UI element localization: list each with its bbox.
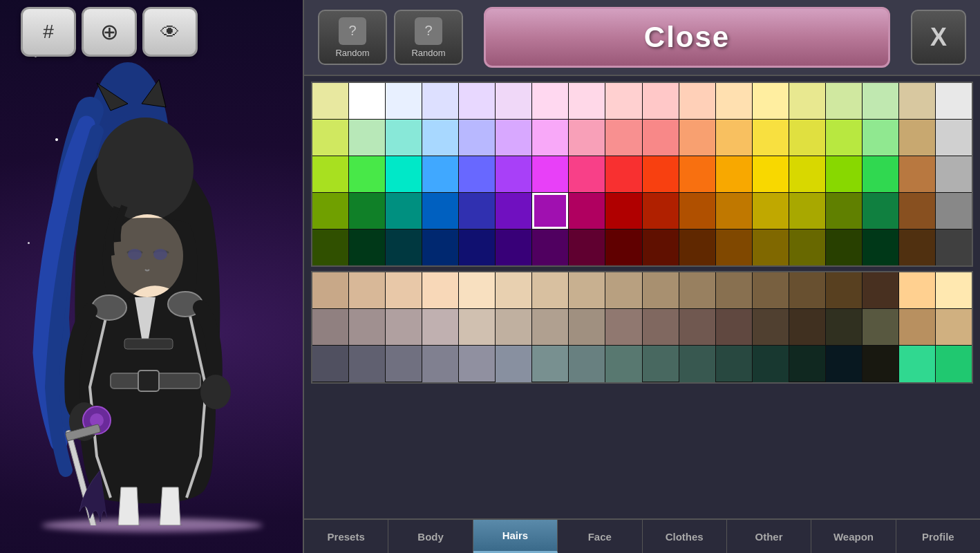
color-cell[interactable]: [826, 83, 862, 119]
color-cell[interactable]: [569, 120, 605, 156]
color-cell[interactable]: [716, 346, 752, 382]
color-cell[interactable]: [532, 346, 568, 382]
color-cell[interactable]: [789, 120, 825, 156]
color-cell[interactable]: [349, 120, 385, 156]
color-cell[interactable]: [312, 229, 348, 265]
eye-button[interactable]: 👁: [142, 7, 198, 57]
tab-hairs[interactable]: Hairs: [473, 520, 558, 553]
color-cell[interactable]: [863, 229, 898, 265]
color-cell[interactable]: [936, 272, 972, 308]
color-cell[interactable]: [386, 120, 422, 156]
color-cell[interactable]: [569, 229, 605, 265]
color-cell[interactable]: [386, 346, 422, 382]
random-button-1[interactable]: ? Random: [318, 10, 387, 65]
color-cell[interactable]: [753, 272, 789, 308]
color-cell[interactable]: [826, 120, 862, 156]
color-cell[interactable]: [643, 272, 679, 308]
color-cell[interactable]: [312, 309, 348, 345]
color-cell[interactable]: [532, 309, 568, 345]
color-cell[interactable]: [496, 83, 531, 119]
color-cell[interactable]: [899, 309, 935, 345]
color-cell[interactable]: [643, 346, 679, 382]
color-cell[interactable]: [679, 309, 715, 345]
color-cell[interactable]: [826, 272, 862, 308]
color-cell[interactable]: [349, 229, 385, 265]
color-cell[interactable]: [422, 229, 458, 265]
color-cell[interactable]: [605, 83, 641, 119]
color-cell[interactable]: [532, 272, 568, 308]
zoom-button[interactable]: ⊕: [82, 7, 137, 57]
color-cell[interactable]: [605, 156, 641, 192]
color-cell[interactable]: [863, 120, 898, 156]
color-cell[interactable]: [569, 346, 605, 382]
color-cell[interactable]: [496, 272, 531, 308]
color-cell[interactable]: [459, 156, 495, 192]
color-cell[interactable]: [422, 120, 458, 156]
color-cell[interactable]: [532, 120, 568, 156]
color-cell[interactable]: [936, 156, 972, 192]
color-cell[interactable]: [753, 156, 789, 192]
color-cell[interactable]: [459, 120, 495, 156]
color-cell[interactable]: [936, 193, 972, 229]
color-cell[interactable]: [605, 272, 641, 308]
color-cell[interactable]: [459, 272, 495, 308]
color-cell[interactable]: [863, 156, 898, 192]
color-cell[interactable]: [936, 83, 972, 119]
color-cell[interactable]: [789, 83, 825, 119]
color-cell[interactable]: [789, 229, 825, 265]
color-cell[interactable]: [899, 193, 935, 229]
color-cell[interactable]: [826, 309, 862, 345]
color-cell[interactable]: [826, 346, 862, 382]
color-cell[interactable]: [716, 156, 752, 192]
color-cell[interactable]: [643, 120, 679, 156]
color-cell[interactable]: [496, 193, 531, 229]
color-cell[interactable]: [569, 272, 605, 308]
tab-face[interactable]: Face: [558, 520, 642, 553]
tab-body[interactable]: Body: [388, 520, 473, 553]
color-cell[interactable]: [716, 120, 752, 156]
color-cell[interactable]: [422, 346, 458, 382]
color-cell[interactable]: [826, 156, 862, 192]
color-cell[interactable]: [936, 309, 972, 345]
color-cell[interactable]: [459, 229, 495, 265]
color-cell[interactable]: [863, 193, 898, 229]
color-cell[interactable]: [679, 346, 715, 382]
color-cell[interactable]: [605, 120, 641, 156]
color-cell[interactable]: [679, 193, 715, 229]
color-cell[interactable]: [312, 156, 348, 192]
color-cell[interactable]: [532, 83, 568, 119]
color-cell[interactable]: [422, 272, 458, 308]
tab-profile[interactable]: Profile: [896, 520, 980, 553]
color-cell[interactable]: [899, 346, 935, 382]
color-cell[interactable]: [496, 229, 531, 265]
color-cell[interactable]: [569, 156, 605, 192]
color-cell[interactable]: [312, 193, 348, 229]
color-cell[interactable]: [386, 156, 422, 192]
color-cell[interactable]: [899, 229, 935, 265]
color-cell[interactable]: [459, 83, 495, 119]
color-cell[interactable]: [789, 272, 825, 308]
color-cell[interactable]: [312, 346, 348, 382]
tab-presets[interactable]: Presets: [304, 520, 388, 553]
color-cell[interactable]: [422, 309, 458, 345]
color-cell[interactable]: [789, 193, 825, 229]
color-cell[interactable]: [789, 156, 825, 192]
color-cell[interactable]: [679, 156, 715, 192]
color-cell[interactable]: [826, 193, 862, 229]
color-cell[interactable]: [716, 229, 752, 265]
random-button-2[interactable]: ? Random: [394, 10, 463, 65]
color-cell[interactable]: [312, 120, 348, 156]
color-cell[interactable]: [605, 346, 641, 382]
color-cell[interactable]: [312, 83, 348, 119]
color-cell[interactable]: [532, 193, 568, 229]
x-button[interactable]: X: [911, 10, 966, 65]
color-cell[interactable]: [643, 229, 679, 265]
color-cell[interactable]: [643, 156, 679, 192]
color-cell[interactable]: [496, 309, 531, 345]
color-cell[interactable]: [349, 156, 385, 192]
color-cell[interactable]: [863, 309, 898, 345]
tab-clothes[interactable]: Clothes: [643, 520, 727, 553]
color-cell[interactable]: [936, 120, 972, 156]
color-cell[interactable]: [789, 309, 825, 345]
color-cell[interactable]: [569, 193, 605, 229]
